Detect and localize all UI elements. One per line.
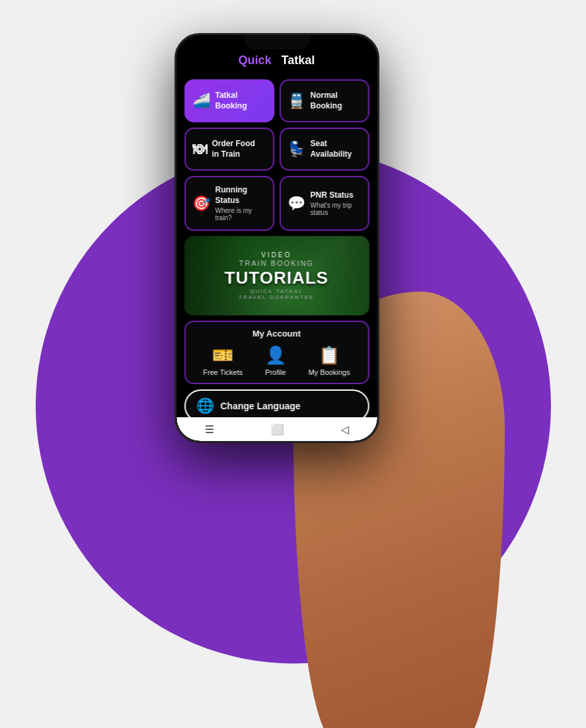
my-bookings-item[interactable]: 📋 My Bookings xyxy=(309,345,350,376)
tatkal-label: TatkalBooking xyxy=(215,91,247,111)
video-banner[interactable]: VIDEO TRAIN BOOKING TUTORIALS Quick Tatk… xyxy=(184,236,369,315)
change-language-button[interactable]: 🌐 Change Language xyxy=(184,389,369,417)
app-title: Quick Tatkal xyxy=(187,54,367,67)
nav-menu-icon[interactable]: ☰ xyxy=(205,423,214,436)
phone-screen: Quick Tatkal 🚄 TatkalBooking � xyxy=(176,35,377,441)
menu-row-3: 🎯 Running Status Where is my train? 💬 PN… xyxy=(184,176,369,231)
banner-video-text: VIDEO xyxy=(225,251,328,259)
tatkal-booking-button[interactable]: 🚄 TatkalBooking xyxy=(184,79,274,122)
order-food-button[interactable]: 🍽 Order Foodin Train xyxy=(184,128,274,171)
phone-device: Quick Tatkal 🚄 TatkalBooking � xyxy=(174,33,379,443)
pnr-status-button[interactable]: 💬 PNR Status What's my trip status xyxy=(279,176,369,231)
food-icon: 🍽 xyxy=(192,141,207,158)
normal-icon: 🚆 xyxy=(287,93,305,110)
banner-main-text: TUTORIALS xyxy=(225,268,328,288)
seat-availability-button[interactable]: 💺 SeatAvailability xyxy=(279,128,369,171)
screen-content: 🚄 TatkalBooking 🚆 NormalBooking xyxy=(176,74,377,417)
pnr-sub: What's my trip status xyxy=(311,202,361,216)
free-tickets-item[interactable]: 🎫 Free Tickets xyxy=(203,345,243,376)
running-icon: 🎯 xyxy=(192,195,210,212)
account-items-container: 🎫 Free Tickets 👤 Profile 📋 My Bookings xyxy=(192,345,361,376)
language-icon: 🌐 xyxy=(196,397,214,415)
seat-icon: 💺 xyxy=(287,141,305,158)
pnr-label: PNR Status xyxy=(311,190,361,201)
my-bookings-icon: 📋 xyxy=(318,345,340,366)
nav-back-icon[interactable]: ◁ xyxy=(341,423,349,436)
phone-notch xyxy=(244,35,310,50)
phone-wrapper: Quick Tatkal 🚄 TatkalBooking � xyxy=(174,33,379,443)
seat-label: SeatAvailability xyxy=(311,139,352,159)
profile-item[interactable]: 👤 Profile xyxy=(265,345,286,376)
normal-label: NormalBooking xyxy=(311,91,342,111)
my-account-section: My Account 🎫 Free Tickets 👤 Profile 📋 xyxy=(184,321,369,384)
bottom-nav: ☰ ⬜ ◁ xyxy=(176,417,377,441)
menu-row-2: 🍽 Order Foodin Train 💺 SeatAvailability xyxy=(184,128,369,171)
title-tatkal: Tatkal xyxy=(281,54,315,67)
free-tickets-label: Free Tickets xyxy=(203,368,243,376)
profile-icon: 👤 xyxy=(265,345,286,366)
my-bookings-label: My Bookings xyxy=(309,368,350,376)
normal-booking-button[interactable]: 🚆 NormalBooking xyxy=(279,79,369,122)
pnr-icon: 💬 xyxy=(287,195,305,212)
menu-row-1: 🚄 TatkalBooking 🚆 NormalBooking xyxy=(184,79,369,122)
food-label: Order Foodin Train xyxy=(212,139,255,159)
banner-brand-text: Quick Tatkal xyxy=(225,288,328,294)
tatkal-icon: 🚄 xyxy=(192,93,210,110)
nav-home-icon[interactable]: ⬜ xyxy=(271,423,284,436)
banner-sub-text: TRAVEL GUARANTEE xyxy=(225,294,328,300)
running-sub: Where is my train? xyxy=(215,207,266,222)
running-label: Running Status xyxy=(215,185,266,206)
banner-content: VIDEO TRAIN BOOKING TUTORIALS Quick Tatk… xyxy=(225,251,328,300)
running-status-button[interactable]: 🎯 Running Status Where is my train? xyxy=(184,176,274,231)
profile-label: Profile xyxy=(266,368,286,376)
title-quick: Quick xyxy=(238,54,272,67)
language-label: Change Language xyxy=(221,401,301,411)
banner-mid-text: TRAIN BOOKING xyxy=(225,259,328,267)
free-tickets-icon: 🎫 xyxy=(212,345,233,366)
my-account-title: My Account xyxy=(192,329,361,339)
